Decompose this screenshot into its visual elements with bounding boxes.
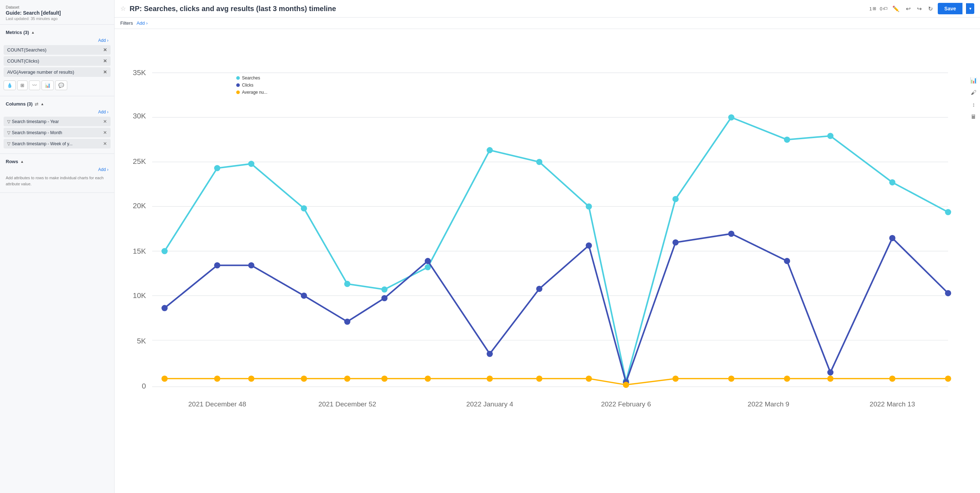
svg-text:2022 January 4: 2022 January 4	[466, 400, 514, 408]
rows-description: Add attributes to rows to make individua…	[0, 173, 114, 189]
sidebar: Dataset Guide: Search [default] Last upd…	[0, 0, 115, 493]
svg-text:15K: 15K	[133, 247, 146, 255]
rows-section: Rows ▲ Add › Add attributes to rows to m…	[0, 154, 114, 193]
svg-text:30K: 30K	[133, 112, 146, 120]
average-dot	[623, 382, 629, 388]
svg-text:2021 December 48: 2021 December 48	[188, 400, 246, 408]
filter-year-icon: ▽	[7, 119, 10, 124]
filters-bar: Filters Add ›	[115, 17, 980, 29]
chart-type-button[interactable]: 📊	[969, 75, 978, 85]
clicks-line	[165, 234, 948, 382]
clicks-dot	[161, 305, 167, 311]
svg-text:2022 February 6: 2022 February 6	[601, 400, 651, 408]
legend-average-dot	[236, 91, 240, 94]
filters-add-link[interactable]: Add ›	[136, 21, 148, 26]
searches-dot	[214, 165, 220, 171]
col-year-close[interactable]: ✕	[103, 119, 107, 124]
clicks-dot	[673, 239, 679, 245]
tag-count-badge: 0 🏷	[880, 6, 887, 11]
viz-type-bar[interactable]: 📊	[41, 81, 54, 90]
metrics-chevron-icon: ▲	[31, 30, 35, 34]
clicks-dot	[344, 318, 350, 324]
average-dot	[381, 376, 387, 382]
rows-add-link[interactable]: Add ›	[0, 166, 114, 173]
right-toolbar: 📊 🖌 ↕ 🖩	[969, 75, 978, 122]
searches-dot	[248, 161, 254, 167]
edit-button[interactable]: ✏️	[891, 4, 901, 14]
average-dot	[945, 376, 951, 382]
paint-button[interactable]: 🖌	[969, 88, 978, 97]
clicks-dot	[214, 262, 220, 268]
clicks-dot	[301, 293, 307, 299]
searches-dot	[344, 281, 350, 287]
redo-button[interactable]: ↪	[916, 4, 923, 14]
average-dot	[827, 376, 833, 382]
columns-share-icon: ⇄	[35, 102, 38, 107]
clicks-dot	[585, 243, 592, 249]
average-dot	[425, 376, 431, 382]
viz-type-drop[interactable]: 💧	[3, 81, 16, 90]
metric-clicks-close[interactable]: ✕	[103, 58, 107, 64]
columns-header[interactable]: Columns (3) ⇄ ▲	[0, 100, 114, 108]
average-dot	[784, 376, 790, 382]
metric-count-clicks: COUNT(Clicks) ✕	[3, 56, 111, 66]
searches-dot	[585, 204, 592, 210]
svg-text:35K: 35K	[133, 68, 146, 76]
dataset-name: Guide: Search [default]	[6, 10, 108, 16]
metric-searches-close[interactable]: ✕	[103, 47, 107, 52]
searches-line	[165, 117, 948, 381]
legend-searches: Searches	[236, 75, 267, 81]
refresh-button[interactable]: ↻	[927, 4, 934, 14]
col-year-item: ▽Search timestamp - Year ✕	[3, 117, 111, 126]
filters-label: Filters	[120, 21, 133, 26]
save-dropdown-button[interactable]: ▾	[966, 3, 974, 14]
columns-chevron-icon: ▲	[40, 102, 44, 106]
clicks-dot	[536, 286, 542, 292]
clicks-dot	[945, 290, 951, 296]
metric-avg-close[interactable]: ✕	[103, 69, 107, 75]
average-dot	[673, 376, 679, 382]
viz-type-table[interactable]: ⊞	[17, 81, 27, 90]
star-icon[interactable]: ☆	[120, 5, 126, 13]
header-actions: 1 ⊞ 0 🏷 ✏️ ↩ ↪ ↻ Save ▾	[869, 3, 974, 14]
col-week-close[interactable]: ✕	[103, 141, 107, 146]
columns-title: Columns (3) ⇄ ▲	[6, 101, 44, 107]
rows-chevron-icon: ▲	[21, 159, 24, 164]
sort-button[interactable]: ↕	[969, 100, 978, 110]
average-dot	[536, 376, 542, 382]
columns-add-link[interactable]: Add ›	[0, 109, 114, 115]
viz-type-wave[interactable]: 〰	[29, 81, 40, 90]
metrics-section: Metrics (3) ▲ Add › COUNT(Searches) ✕ CO…	[0, 25, 114, 96]
clicks-dot	[248, 262, 254, 268]
metrics-add-link[interactable]: Add ›	[0, 37, 114, 44]
clicks-dot	[784, 258, 790, 264]
undo-button[interactable]: ↩	[904, 4, 912, 14]
average-dot	[248, 376, 254, 382]
metric-avg-results: AVG(Average number of results) ✕	[3, 67, 111, 77]
col-month-close[interactable]: ✕	[103, 130, 107, 135]
header: ☆ RP: Searches, clicks and avg results (…	[115, 0, 980, 17]
svg-text:10K: 10K	[133, 291, 146, 299]
dataset-updated: Last updated: 35 minutes ago	[6, 16, 108, 21]
filter-month-icon: ▽	[7, 130, 10, 135]
legend-average: Average nu...	[236, 90, 267, 95]
rows-title: Rows ▲	[6, 159, 24, 164]
clicks-dot	[728, 231, 734, 237]
metrics-title: Metrics (3) ▲	[6, 30, 35, 35]
searches-dot	[381, 286, 387, 292]
calculator-button[interactable]: 🖩	[969, 112, 978, 122]
legend-clicks-dot	[236, 83, 240, 87]
viz-type-row: 💧 ⊞ 〰 📊 💬	[0, 78, 114, 92]
clicks-dot	[487, 351, 493, 357]
grid-icon: ⊞	[873, 6, 876, 11]
chart-svg: 35K 30K 25K 20K 15K 10K 5K 0	[118, 33, 973, 490]
searches-dot	[487, 147, 493, 153]
viz-type-chat[interactable]: 💬	[55, 81, 67, 90]
save-button[interactable]: Save	[938, 3, 963, 14]
rows-header[interactable]: Rows ▲	[0, 157, 114, 165]
average-dot	[301, 376, 307, 382]
row-count-badge: 1 ⊞	[869, 6, 876, 11]
chart-legend: Searches Clicks Average nu...	[236, 75, 267, 95]
col-month-item: ▽Search timestamp - Month ✕	[3, 128, 111, 137]
metrics-header[interactable]: Metrics (3) ▲	[0, 28, 114, 37]
